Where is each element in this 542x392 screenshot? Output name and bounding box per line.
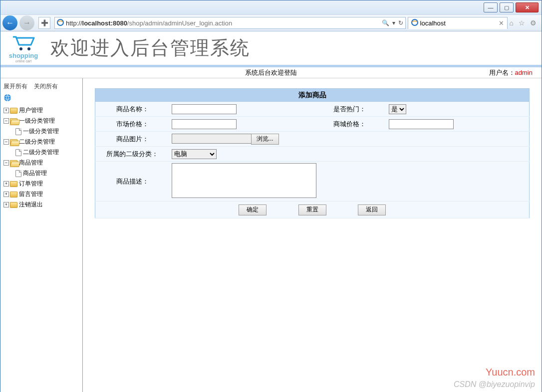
tree-label[interactable]: 注销退出 [19, 201, 43, 208]
main-content: 添加商品 商品名称： 是否热门： 是 市场价格： 商城价格： 商品图 [83, 78, 542, 392]
name-label: 商品名称： [95, 102, 170, 117]
folder-icon [10, 118, 17, 124]
image-label: 商品图片： [95, 132, 170, 147]
image-path-input[interactable] [172, 134, 252, 144]
tree-item[interactable]: −商品管理 [3, 158, 79, 168]
svg-point-0 [57, 19, 63, 25]
desc-label: 商品描述： [95, 162, 170, 201]
sidebar: 展开所有 关闭所有 +用户管理−一级分类管理一级分类管理−二级分类管理二级分类管… [0, 78, 83, 392]
tree-toggle-icon[interactable]: − [3, 160, 9, 166]
svg-point-2 [19, 47, 22, 50]
tree-item[interactable]: +订单管理 [3, 179, 79, 189]
window-titlebar: — ▢ ✕ [0, 0, 542, 14]
tab-close-icon[interactable]: ✕ [499, 19, 504, 27]
sub-header: 系统后台欢迎登陆 用户名：admin [0, 67, 542, 78]
tree-toggle-icon[interactable]: + [3, 108, 9, 113]
hot-select[interactable]: 是 [389, 104, 406, 114]
tree-label[interactable]: 一级分类管理 [19, 117, 55, 124]
welcome-text: 系统后台欢迎登陆 [245, 68, 297, 77]
name-input[interactable] [172, 104, 237, 114]
svg-point-1 [412, 19, 418, 25]
logo-subtext: online cart [15, 59, 31, 63]
category-label: 所属的二级分类： [95, 147, 170, 162]
url-text: http://localhost:8080/shop/admin/adminUs… [66, 19, 380, 27]
folder-icon [10, 160, 17, 166]
favorites-icon[interactable]: ☆ [519, 19, 525, 27]
hot-label: 是否热门： [312, 102, 386, 117]
tree-item[interactable]: +用户管理 [3, 105, 79, 116]
back-button[interactable]: ← [2, 15, 17, 30]
tree-label[interactable]: 留言管理 [19, 191, 43, 197]
folder-icon [10, 139, 17, 145]
form-title: 添加商品 [95, 89, 530, 102]
ie-icon [57, 19, 64, 27]
folder-icon [10, 181, 17, 187]
tree-toggle-icon[interactable]: + [3, 192, 9, 197]
page-header: shopping online cart 欢迎进入后台管理系统 [0, 31, 542, 67]
tree-toggle-icon[interactable]: + [3, 202, 9, 207]
svg-point-4 [4, 94, 11, 101]
page-icon [15, 149, 21, 156]
tree-item[interactable]: 一级分类管理 [3, 126, 79, 137]
tree-item[interactable]: 二级分类管理 [3, 147, 79, 158]
tree-item[interactable]: −二级分类管理 [3, 137, 79, 147]
refresh-icon[interactable]: ↻ [398, 19, 403, 26]
folder-icon [10, 192, 17, 197]
tree-label[interactable]: 商品管理 [19, 159, 43, 166]
settings-icon[interactable]: ⚙ [530, 19, 537, 27]
compat-view-button[interactable]: ➕ [38, 17, 50, 29]
tree-label[interactable]: 二级分类管理 [23, 149, 59, 156]
browse-button[interactable]: 浏览... [251, 134, 279, 145]
address-bar[interactable]: http://localhost:8080/shop/admin/adminUs… [54, 17, 406, 29]
reset-button[interactable]: 重置 [298, 204, 326, 215]
tree-item[interactable]: −一级分类管理 [3, 116, 79, 126]
user-info: 用户名：admin [489, 68, 542, 77]
close-button[interactable]: ✕ [516, 2, 539, 12]
market-price-input[interactable] [172, 119, 237, 129]
tree-label[interactable]: 一级分类管理 [23, 128, 59, 135]
maximize-button[interactable]: ▢ [500, 2, 514, 12]
tree-label[interactable]: 订单管理 [19, 180, 43, 187]
forward-button[interactable]: → [19, 15, 34, 30]
search-icon[interactable]: 🔍 [382, 19, 389, 26]
logo: shopping online cart [6, 34, 40, 63]
cart-icon [11, 34, 36, 52]
home-icon[interactable]: ⌂ [510, 19, 514, 27]
tree-item[interactable]: +留言管理 [3, 189, 79, 199]
page-icon [15, 170, 21, 177]
desc-textarea[interactable] [172, 163, 316, 198]
dropdown-icon[interactable]: ▾ [392, 19, 395, 26]
mall-price-label: 商城价格： [312, 117, 386, 132]
page-title: 欢迎进入后台管理系统 [50, 35, 250, 61]
browser-tab[interactable]: localhost ✕ [408, 17, 508, 29]
submit-button[interactable]: 确定 [239, 204, 267, 215]
mall-price-input[interactable] [389, 119, 454, 129]
product-form: 添加商品 商品名称： 是否热门： 是 市场价格： 商城价格： 商品图 [95, 88, 530, 218]
tree-toggle-icon[interactable]: − [3, 118, 9, 124]
expand-all-link[interactable]: 展开所有 [3, 83, 27, 90]
folder-icon [10, 108, 17, 114]
tree-label[interactable]: 用户管理 [19, 107, 43, 114]
market-price-label: 市场价格： [95, 117, 170, 132]
ie-icon [411, 19, 418, 27]
tree-label[interactable]: 二级分类管理 [19, 138, 55, 145]
root-icon [3, 93, 79, 104]
folder-icon [10, 202, 17, 208]
tree-toggle-icon[interactable]: + [3, 181, 9, 187]
tree-item[interactable]: +注销退出 [3, 199, 79, 210]
tree-toggle-icon[interactable]: − [3, 139, 9, 145]
page-icon [15, 128, 21, 135]
category-select[interactable]: 电脑 [172, 149, 217, 159]
back-button[interactable]: 返回 [358, 204, 386, 215]
minimize-button[interactable]: — [484, 2, 498, 12]
tab-title: localhost [420, 19, 446, 27]
browser-navbar: ← → ➕ http://localhost:8080/shop/admin/a… [0, 14, 542, 31]
tree-label[interactable]: 商品管理 [23, 170, 47, 177]
svg-point-3 [27, 47, 30, 50]
logo-text: shopping [9, 52, 38, 59]
collapse-all-link[interactable]: 关闭所有 [34, 83, 58, 90]
tree-item[interactable]: 商品管理 [3, 168, 79, 179]
